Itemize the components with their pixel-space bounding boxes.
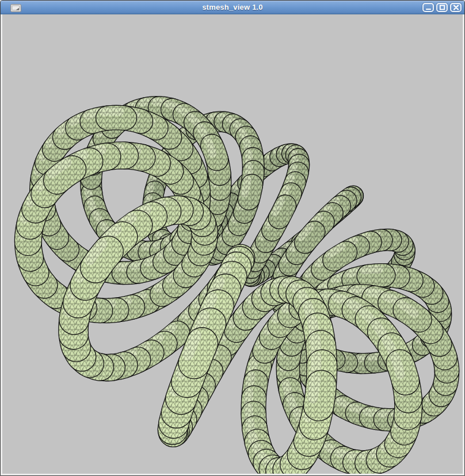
maximize-button[interactable]: [436, 3, 448, 12]
window-controls: [422, 3, 462, 12]
minimize-icon: [425, 5, 432, 10]
mesh-model: [23, 102, 447, 471]
maximize-icon: [439, 5, 445, 10]
window-title: stmesh_view 1.0: [1, 1, 464, 14]
close-icon: [453, 5, 459, 10]
titlebar[interactable]: stmesh_view 1.0: [1, 1, 464, 14]
mesh-canvas[interactable]: [2, 14, 463, 474]
close-button[interactable]: [450, 3, 462, 12]
minimize-button[interactable]: [422, 3, 434, 12]
viewport: [1, 14, 464, 475]
app-window: stmesh_view 1.0: [0, 0, 465, 476]
